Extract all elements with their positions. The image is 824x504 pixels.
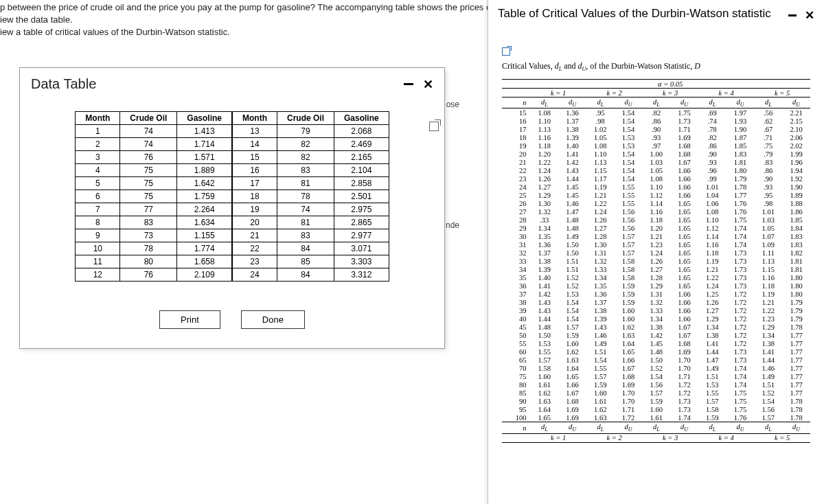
k-header: k = 5 [754, 89, 810, 98]
table-row: 5751.642 [76, 177, 232, 190]
table-row: 651.571.631.541.661.501.701.471.731.441.… [502, 356, 810, 364]
alpha-label: α = 0.05 [530, 80, 810, 89]
table-row: 311.361.501.301.571.231.651.161.741.091.… [502, 240, 810, 249]
table-row: 20812.865 [233, 216, 389, 229]
table-row: 151.081.36.951.54.821.75.691.97.562.21 [502, 108, 810, 117]
col-header: Month [76, 112, 120, 125]
table-row: 4751.889 [76, 164, 232, 177]
col-header: Crude Oil [277, 112, 334, 125]
table-row: 241.271.451.191.551.101.661.011.78.931.9… [502, 183, 810, 191]
table-row: 401.441.541.391.601.341.661.291.721.231.… [502, 314, 810, 323]
table-row: 701.581.641.551.671.521.701.491.741.461.… [502, 364, 810, 372]
table-row: 391.431.541.381.601.331.661.271.721.221.… [502, 306, 810, 314]
table-row: 551.531.601.491.641.451.681.411.721.381.… [502, 339, 810, 347]
modal-header: Table of Critical Values of the Durbin-W… [488, 0, 824, 27]
table-row: 8831.634 [76, 216, 232, 229]
text-line: p between the price of crude oil and the… [0, 1, 518, 14]
table-row: 201.201.411.101.541.001.68.901.83.791.99 [502, 150, 810, 158]
data-table-modal: Data Table ✕ MonthCrude OilGasoline1741.… [19, 67, 445, 349]
text-line: iew a table of critical values of the Du… [0, 26, 518, 38]
table-row: 161.101.37.981.54.861.73.741.93.622.15 [502, 117, 810, 125]
col-header: Month [233, 112, 277, 125]
table-row: 221.241.431.151.541.051.66.961.80.861.94 [502, 166, 810, 174]
table-row: 451.481.571.431.621.381.671.341.721.291.… [502, 323, 810, 331]
data-table-container: MonthCrude OilGasoline1741.4132741.71437… [20, 111, 444, 298]
popout-icon[interactable] [502, 47, 510, 56]
table-row: 231.261.441.171.541.081.66.991.79.901.92 [502, 174, 810, 183]
table-row: 19742.975 [233, 203, 389, 216]
table-row: 15822.165 [233, 151, 389, 164]
question-text: p between the price of crude oil and the… [0, 1, 518, 39]
table-row: 7772.264 [76, 203, 232, 216]
table-row: 801.611.661.591.691.561.721.531.741.511.… [502, 380, 810, 389]
print-button[interactable]: Print [159, 310, 220, 329]
table-row: 22843.071 [233, 242, 389, 255]
close-icon[interactable]: ✕ [805, 8, 814, 23]
k-header: k = 2 [586, 89, 643, 98]
k-header: k = 1 [530, 89, 586, 98]
table-row: 21832.977 [233, 229, 389, 242]
close-icon[interactable]: ✕ [423, 77, 433, 92]
table-row: 351.401.521.341.581.281.651.221.731.161.… [502, 273, 810, 282]
table-row: 951.641.691.621.711.601.731.581.751.561.… [502, 405, 810, 413]
table-row: 16832.104 [233, 164, 389, 177]
table-row: 171.131.381.021.54.901.71.781.90.672.10 [502, 125, 810, 133]
table-row: 331.381.511.321.581.261.651.191.731.131.… [502, 257, 810, 265]
table-row: 23853.303 [233, 255, 389, 268]
data-table-right: MonthCrude OilGasoline13792.06814822.469… [232, 111, 389, 282]
table-row: 901.631.681.611.701.591.731.571.751.541.… [502, 397, 810, 405]
cropped-text: nde [446, 220, 459, 230]
table-row: 271.321.471.241.561.161.651.081.761.011.… [502, 207, 810, 216]
table-row: 3761.571 [76, 151, 232, 164]
table-row: 601.551.621.511.651.481.691.441.731.411.… [502, 347, 810, 356]
table-row: 261.301.461.221.551.141.651.061.76.981.8… [502, 199, 810, 207]
table-row: 501.501.591.461.631.421.671.381.721.341.… [502, 331, 810, 339]
table-row: 12762.109 [76, 268, 232, 282]
table-row: 851.621.671.601.701.571.721.551.751.521.… [502, 389, 810, 397]
col-header: Gasoline [334, 112, 389, 125]
table-row: 321.371.501.311.571.241.651.181.731.111.… [502, 249, 810, 257]
popout-icon[interactable] [429, 122, 439, 131]
modal-title: Data Table [31, 76, 96, 92]
table-row: 191.181.401.081.53.971.68.861.85.752.02 [502, 141, 810, 150]
table-row: 341.391.511.331.581.271.651.211.731.151.… [502, 265, 810, 273]
table-row: 9731.155 [76, 229, 232, 242]
minimize-icon[interactable] [404, 83, 413, 85]
table-row: 361.411.521.351.591.291.651.241.731.181.… [502, 282, 810, 290]
table-row: 1001.651.691.631.721.611.741.591.761.571… [502, 413, 810, 422]
table-row: 251.291.451.211.551.121.661.041.77.951.8… [502, 191, 810, 199]
table-row: 18782.501 [233, 190, 389, 203]
table-row: 291.341.481.271.561.201.651.121.741.051.… [502, 224, 810, 232]
modal-header: Data Table ✕ [20, 68, 444, 111]
table-row: 751.601.651.571.681.541.711.511.741.491.… [502, 372, 810, 380]
table-row: 181.161.391.051.53.931.69.821.87.712.06 [502, 133, 810, 141]
critical-values-modal: Table of Critical Values of the Durbin-W… [488, 0, 824, 504]
table-row: 24843.312 [233, 268, 389, 282]
table-row: 6751.759 [76, 190, 232, 203]
table-row: 211.221.421.131.541.031.67.931.81.831.96 [502, 158, 810, 166]
cropped-text: ose [446, 100, 459, 109]
durbin-watson-table: α = 0.05k = 1k = 2k = 3k = 4k = 5ndLdUdL… [502, 79, 810, 442]
modal-title: Table of Critical Values of the Durbin-W… [498, 7, 771, 21]
n-header: n [502, 98, 530, 108]
table-row: 28.331.481.261.561.181.651.101.751.031.8… [502, 216, 810, 224]
table-row: 1741.413 [76, 125, 232, 138]
data-table-left: MonthCrude OilGasoline1741.4132741.71437… [75, 111, 232, 282]
done-button[interactable]: Done [241, 310, 305, 329]
table-row: 11801.658 [76, 255, 232, 268]
table-row: 301.351.491.281.571.211.651.141.741.071.… [502, 232, 810, 240]
table-row: 2741.714 [76, 138, 232, 151]
table-row: 381.431.541.371.591.321.661.261.721.211.… [502, 298, 810, 306]
text-line: iew the data table. [0, 14, 518, 26]
table-row: 13792.068 [233, 125, 389, 138]
table-row: 14822.469 [233, 138, 389, 151]
table-row: 10781.774 [76, 242, 232, 255]
table-row: 17812.858 [233, 177, 389, 190]
table-row: 371.421.531.361.591.311.661.251.721.191.… [502, 290, 810, 298]
k-header: k = 3 [642, 89, 698, 98]
k-header: k = 4 [698, 89, 755, 98]
table-caption: Critical Values, dL and dU, of the Durbi… [502, 61, 810, 72]
col-header: Gasoline [177, 112, 232, 125]
col-header: Crude Oil [120, 112, 177, 125]
minimize-icon[interactable] [788, 14, 797, 16]
